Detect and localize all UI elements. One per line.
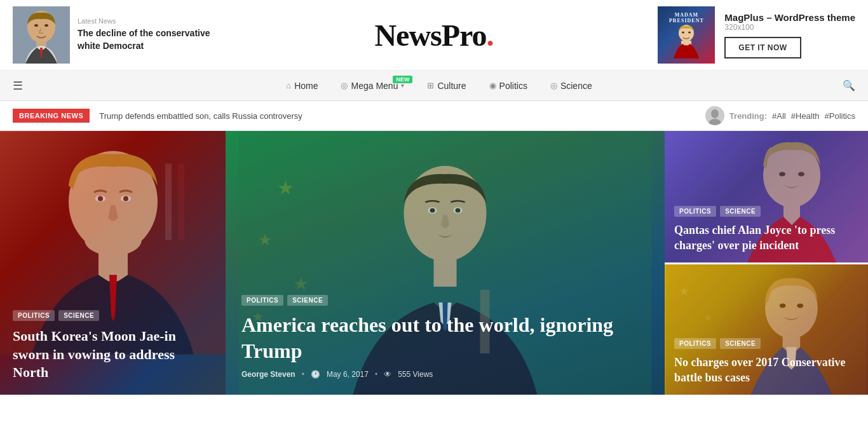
- logo-text[interactable]: NewsPro.: [374, 18, 493, 53]
- svg-text:★: ★: [258, 231, 272, 249]
- new-badge: NEW: [393, 76, 412, 83]
- trending-avatar: [705, 106, 724, 125]
- eye-icon: 👁: [384, 370, 391, 379]
- politics-icon: ◉: [489, 81, 496, 90]
- site-header: Latest News The decline of the conservat…: [0, 0, 868, 71]
- hero-right-column: POLITICS SCIENCE Qantas chief Alan Joyce…: [665, 131, 868, 395]
- center-card-tag-politics[interactable]: POLITICS: [241, 295, 283, 306]
- home-icon: ⌂: [286, 81, 291, 90]
- center-card-views: 555 Views: [398, 370, 433, 379]
- svg-point-39: [798, 172, 804, 177]
- latest-news-label: Latest News: [78, 17, 216, 25]
- hero-grid: POLITICS SCIENCE South Korea's Moon Jae-…: [0, 131, 868, 395]
- right-bottom-tags: POLITICS SCIENCE: [674, 338, 858, 349]
- nav-politics[interactable]: ◉ Politics: [478, 71, 539, 101]
- center-card-tags: POLITICS SCIENCE: [241, 295, 649, 306]
- svg-point-4: [44, 24, 48, 27]
- ad-img-label: MADAM PRESIDENT: [661, 12, 712, 24]
- svg-rect-23: [178, 163, 184, 240]
- svg-point-7: [682, 31, 684, 33]
- site-logo[interactable]: NewsPro.: [374, 18, 493, 53]
- right-top-title: Qantas chief Alan Joyce 'to press charge…: [674, 223, 858, 253]
- center-card-meta: George Steven • 🕐 May 6, 2017 • 👁 555 Vi…: [241, 370, 649, 379]
- trending-tag-health[interactable]: #Health: [791, 111, 820, 121]
- right-top-tags: POLITICS SCIENCE: [674, 206, 858, 217]
- hero-card-center[interactable]: ★ ★ ★ ★: [226, 131, 665, 395]
- svg-point-11: [711, 109, 719, 118]
- right-bottom-tag-politics[interactable]: POLITICS: [674, 338, 716, 349]
- svg-text:★: ★: [703, 313, 712, 323]
- science-icon: ◎: [550, 81, 557, 90]
- main-nav: ☰ ⌂ Home ◎ Mega Menu ▾ NEW ⊞ Culture ◉ P…: [0, 71, 868, 101]
- trending-label: Trending:: [729, 111, 767, 121]
- left-card-tag-science[interactable]: SCIENCE: [58, 310, 99, 321]
- center-card-date: May 6, 2017: [327, 370, 369, 379]
- logo-dot: .: [487, 18, 494, 52]
- search-button[interactable]: 🔍: [843, 79, 855, 92]
- svg-rect-34: [434, 258, 457, 287]
- svg-point-47: [797, 304, 803, 308]
- center-card-tag-science[interactable]: SCIENCE: [287, 295, 328, 306]
- ad-section: MADAM PRESIDENT MagPlus – WordPress them…: [652, 6, 855, 64]
- hero-card-right-top[interactable]: POLITICS SCIENCE Qantas chief Alan Joyce…: [665, 131, 868, 262]
- svg-point-33: [456, 208, 461, 213]
- hero-card-left[interactable]: POLITICS SCIENCE South Korea's Moon Jae-…: [0, 131, 226, 395]
- latest-news-headline[interactable]: The decline of the conservative white De…: [78, 27, 216, 52]
- right-top-tag-science[interactable]: SCIENCE: [720, 206, 761, 217]
- nav-items: ⌂ Home ◎ Mega Menu ▾ NEW ⊞ Culture ◉ Pol…: [36, 71, 843, 101]
- culture-icon: ⊞: [427, 81, 434, 90]
- svg-point-31: [430, 208, 435, 213]
- right-top-tag-politics[interactable]: POLITICS: [674, 206, 716, 217]
- center-card-author: George Steven: [241, 370, 295, 379]
- ad-text: MagPlus – WordPress theme 320x100 GET IT…: [724, 12, 855, 58]
- breaking-news-badge: BREAKING NEWS: [13, 109, 90, 123]
- svg-text:★: ★: [293, 274, 309, 294]
- trending-tag-politics[interactable]: #Politics: [825, 111, 855, 121]
- left-card-title: South Korea's Moon Jae-in sworn in vowin…: [13, 327, 213, 382]
- breaking-news-bar: BREAKING NEWS Trump defends embattled so…: [0, 101, 868, 131]
- nav-home[interactable]: ⌂ Home: [275, 71, 329, 101]
- svg-point-17: [98, 196, 103, 201]
- mega-menu-icon: ◎: [341, 81, 348, 90]
- left-card-tag-politics[interactable]: POLITICS: [13, 310, 55, 321]
- left-card-tags: POLITICS SCIENCE: [13, 310, 213, 321]
- hamburger-menu[interactable]: ☰: [13, 79, 23, 93]
- ad-image: MADAM PRESIDENT: [658, 6, 715, 64]
- clock-icon: 🕐: [311, 370, 320, 379]
- right-bottom-tag-science[interactable]: SCIENCE: [720, 338, 761, 349]
- breaking-news-text[interactable]: Trump defends embattled son, calls Russi…: [99, 111, 705, 121]
- latest-news-text: Latest News The decline of the conservat…: [78, 17, 216, 52]
- nav-culture[interactable]: ⊞ Culture: [416, 71, 477, 101]
- svg-point-19: [123, 196, 128, 201]
- svg-text:★: ★: [277, 177, 294, 198]
- nav-science[interactable]: ◎ Science: [539, 71, 604, 101]
- ad-button[interactable]: GET IT NOW: [724, 37, 801, 58]
- right-bottom-title: No charges over 2017 Conservative battle…: [674, 355, 858, 385]
- center-card-title: America reaches out to the world, ignori…: [241, 312, 649, 365]
- svg-point-46: [780, 304, 786, 308]
- svg-rect-22: [165, 163, 172, 240]
- logo-name: NewsPro: [374, 18, 486, 52]
- trending-tag-all[interactable]: #All: [772, 111, 786, 121]
- ad-title: MagPlus – WordPress theme: [724, 12, 855, 23]
- latest-news-image: [13, 6, 70, 64]
- ad-size: 320x100: [724, 23, 855, 32]
- hero-card-right-bottom[interactable]: ★ ★ ★ POLITICS SCIENCE No charges over 2…: [665, 262, 868, 395]
- svg-point-8: [688, 31, 691, 33]
- trending-section: Trending: #All #Health #Politics: [705, 106, 855, 125]
- svg-text:★: ★: [679, 284, 690, 298]
- nav-mega-menu[interactable]: ◎ Mega Menu ▾ NEW: [329, 71, 416, 101]
- latest-news-section: Latest News The decline of the conservat…: [13, 6, 216, 64]
- svg-point-3: [34, 24, 38, 27]
- svg-point-38: [779, 172, 785, 177]
